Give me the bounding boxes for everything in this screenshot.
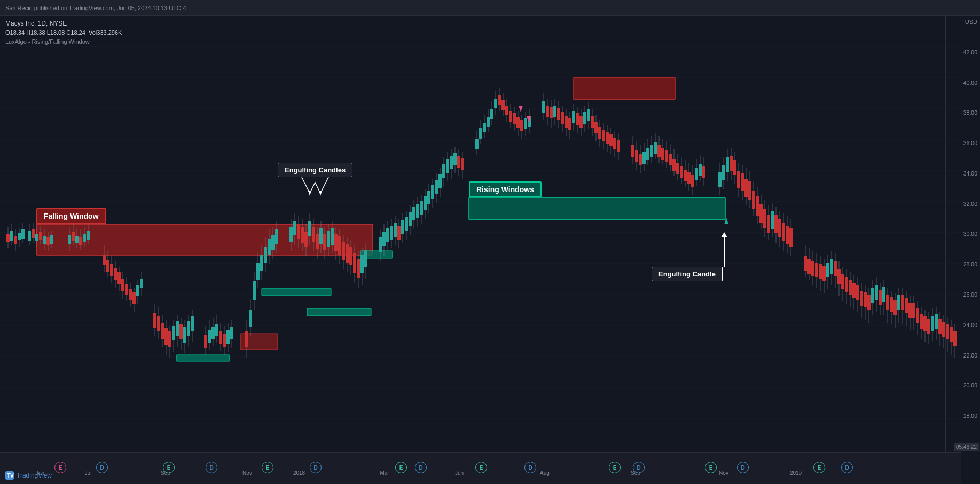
svg-rect-98 [179, 324, 183, 339]
svg-rect-248 [509, 111, 512, 122]
svg-rect-333 [695, 168, 698, 180]
svg-rect-317 [635, 150, 638, 162]
svg-rect-450 [927, 319, 930, 334]
svg-rect-96 [172, 326, 175, 340]
svg-rect-203 [386, 228, 389, 242]
svg-rect-356 [718, 172, 722, 187]
svg-rect-216 [435, 180, 438, 194]
svg-rect-27 [6, 234, 10, 242]
svg-rect-325 [665, 150, 668, 162]
svg-rect-292 [606, 132, 609, 144]
svg-rect-431 [856, 285, 859, 300]
icon-d-blue-5[interactable]: D [524, 462, 536, 473]
svg-rect-281 [565, 116, 568, 128]
svg-rect-162 [308, 221, 311, 236]
icon-e-teal-2[interactable]: E [262, 462, 273, 473]
icon-e-teal-6[interactable]: E [705, 462, 717, 473]
svg-rect-130 [256, 263, 260, 280]
svg-rect-437 [879, 290, 882, 305]
svg-rect-278 [553, 106, 556, 117]
svg-text:TV: TV [7, 473, 14, 479]
icon-d-blue-7[interactable]: D [737, 462, 749, 473]
svg-rect-214 [427, 191, 430, 204]
svg-rect-276 [546, 106, 549, 117]
header-bar: SamRecio published on TradingView.com, J… [0, 0, 980, 16]
svg-rect-204 [390, 226, 393, 240]
svg-rect-56 [83, 234, 86, 242]
header-text: SamRecio published on TradingView.com, J… [5, 5, 186, 11]
svg-rect-93 [161, 323, 164, 339]
svg-rect-159 [297, 224, 300, 239]
svg-rect-73 [117, 272, 121, 284]
svg-rect-74 [121, 279, 124, 291]
svg-rect-363 [744, 179, 748, 197]
svg-rect-205 [394, 223, 397, 237]
svg-rect-215 [431, 185, 434, 199]
svg-rect-432 [860, 291, 863, 306]
chart-area[interactable] [0, 16, 961, 452]
svg-rect-94 [164, 328, 168, 345]
svg-rect-174 [353, 253, 356, 273]
svg-rect-357 [722, 165, 725, 180]
svg-rect-55 [79, 237, 82, 245]
svg-rect-77 [132, 292, 136, 304]
icon-e-teal-1[interactable]: E [163, 462, 175, 473]
svg-rect-291 [602, 130, 605, 141]
svg-rect-40 [32, 229, 35, 238]
icon-d-blue-6[interactable]: D [633, 462, 645, 473]
icon-d-blue-1[interactable]: D [96, 462, 108, 473]
icon-d-blue-3[interactable]: D [310, 462, 322, 473]
svg-rect-71 [110, 264, 113, 276]
icon-e-teal-4[interactable]: E [475, 462, 487, 473]
icon-d-blue-8[interactable]: D [841, 462, 853, 473]
svg-rect-161 [304, 232, 308, 247]
icon-e-pink-1[interactable]: E [54, 462, 66, 473]
svg-rect-423 [826, 263, 829, 277]
svg-rect-135 [275, 229, 278, 244]
time-display: 05:46:22 [954, 443, 979, 451]
svg-rect-322 [654, 142, 657, 154]
svg-rect-318 [639, 154, 642, 165]
svg-rect-243 [490, 109, 493, 119]
svg-rect-97 [176, 321, 179, 336]
svg-rect-294 [613, 138, 616, 149]
svg-rect-319 [642, 152, 646, 164]
svg-rect-328 [676, 163, 679, 174]
svg-rect-223 [461, 158, 464, 170]
svg-rect-219 [446, 159, 449, 173]
svg-rect-53 [72, 232, 75, 241]
svg-rect-78 [136, 285, 139, 296]
svg-rect-434 [867, 295, 871, 310]
svg-rect-455 [946, 324, 949, 339]
svg-rect-209 [409, 212, 412, 226]
icon-e-teal-3[interactable]: E [395, 462, 407, 473]
svg-rect-217 [438, 174, 442, 188]
svg-rect-222 [457, 156, 460, 168]
svg-rect-277 [550, 107, 553, 118]
svg-rect-75 [125, 284, 128, 295]
svg-rect-422 [822, 266, 826, 281]
svg-rect-134 [271, 235, 275, 250]
svg-rect-439 [886, 295, 889, 310]
svg-rect-115 [223, 334, 226, 347]
svg-rect-239 [475, 139, 479, 149]
svg-rect-427 [841, 274, 844, 289]
svg-rect-445 [908, 303, 912, 318]
icon-d-blue-4[interactable]: D [415, 462, 427, 473]
svg-rect-21 [574, 77, 675, 100]
svg-rect-286 [583, 112, 586, 124]
svg-rect-358 [726, 157, 729, 172]
svg-rect-69 [103, 255, 106, 265]
icon-e-teal-5[interactable]: E [609, 462, 621, 473]
icon-d-blue-2[interactable]: D [206, 462, 217, 473]
svg-rect-454 [942, 322, 945, 337]
svg-rect-173 [349, 247, 352, 265]
svg-rect-213 [424, 196, 427, 210]
svg-rect-91 [153, 313, 156, 328]
icon-e-teal-7[interactable]: E [813, 462, 825, 473]
svg-rect-366 [756, 196, 759, 216]
svg-rect-456 [950, 327, 953, 342]
svg-rect-332 [691, 175, 694, 187]
svg-rect-421 [819, 264, 822, 279]
svg-rect-160 [301, 227, 304, 243]
